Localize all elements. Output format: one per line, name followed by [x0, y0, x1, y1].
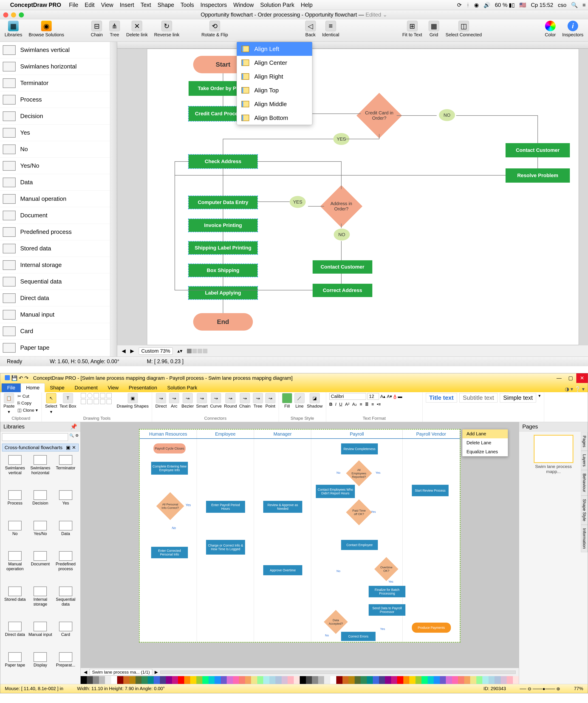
color-swatch[interactable]: [154, 676, 160, 684]
simple-text-style[interactable]: Simple text: [500, 393, 536, 402]
menu-window[interactable]: Window: [233, 2, 254, 8]
connector-chain[interactable]: ↝Chain: [239, 393, 251, 409]
h-scrollbar[interactable]: [160, 671, 516, 674]
close-button[interactable]: ✕: [576, 373, 588, 383]
invoice-printing[interactable]: Invoice Printing: [188, 219, 257, 232]
cc-in-order-decision[interactable]: Credit Card in Order?: [356, 93, 402, 138]
approve-overtime[interactable]: Approve Overtime: [263, 565, 302, 575]
color-swatch[interactable]: [416, 676, 422, 684]
shadow-button[interactable]: ◪Shadow: [307, 393, 323, 409]
back-button[interactable]: ◁Back: [305, 21, 316, 37]
library-shape-item[interactable]: Paper tape: [3, 652, 27, 681]
pages-panel[interactable]: Pages Swim lane process mapp...: [519, 422, 588, 684]
search-icon[interactable]: 🔍: [571, 2, 578, 8]
library-shape-item[interactable]: Terminator: [54, 455, 78, 489]
menu-help[interactable]: Help: [301, 2, 312, 8]
align-right-icon[interactable]: ≡: [371, 402, 374, 407]
tab-document[interactable]: Document: [70, 383, 103, 392]
overtime-ok[interactable]: Overtime OK?: [374, 557, 399, 581]
correct-address[interactable]: Correct Address: [313, 284, 372, 297]
library-shape-item[interactable]: Card: [54, 622, 78, 651]
computer-data-entry[interactable]: Computer Data Entry: [188, 196, 257, 209]
qat-save-icon[interactable]: 💾: [11, 375, 17, 381]
library-category[interactable]: Cross-functional flowcharts▣ ✕: [2, 444, 79, 452]
bluetooth-icon[interactable]: ᚼ: [466, 2, 470, 8]
ctx-equalize-lanes[interactable]: Equalize Lanes: [463, 447, 508, 456]
rotate-flip-button[interactable]: ⟲Rotate & Flip: [201, 21, 228, 37]
font-size[interactable]: [367, 393, 379, 400]
color-swatch[interactable]: [136, 676, 142, 684]
shape-item[interactable]: Data: [0, 174, 110, 191]
qat-redo-icon[interactable]: ↷: [24, 375, 28, 381]
styles-more-icon[interactable]: ▾: [538, 393, 541, 398]
close-button[interactable]: [3, 12, 8, 17]
menu-view[interactable]: View: [101, 2, 113, 8]
color-swatch[interactable]: [245, 676, 251, 684]
connector-direct[interactable]: ↝Direct: [155, 393, 167, 409]
color-swatch[interactable]: [501, 676, 507, 684]
color-swatch[interactable]: [336, 676, 342, 684]
color-swatch[interactable]: [93, 676, 99, 684]
sync-icon[interactable]: ⟳: [457, 2, 462, 8]
library-shape-item[interactable]: Manual input: [28, 622, 52, 651]
color-swatch[interactable]: [123, 676, 130, 684]
color-swatch[interactable]: [81, 676, 87, 684]
color-swatch[interactable]: [391, 676, 397, 684]
color-swatch[interactable]: [306, 676, 312, 684]
shape-minigrid[interactable]: [81, 393, 112, 404]
menu-edit[interactable]: Edit: [85, 2, 95, 8]
tree-button[interactable]: ⋔Tree: [109, 21, 120, 37]
shape-item[interactable]: Terminator: [0, 75, 110, 91]
inspectors-button[interactable]: iInspectors: [562, 21, 583, 37]
color-swatch[interactable]: [361, 676, 367, 684]
color-swatch[interactable]: [294, 676, 300, 684]
color-swatch[interactable]: [196, 676, 202, 684]
align-bottom[interactable]: Align Bottom: [237, 111, 312, 125]
shape-item[interactable]: Yes: [0, 125, 110, 141]
connector-point[interactable]: ↝Point: [265, 393, 275, 409]
minimize-button[interactable]: —: [553, 373, 565, 383]
menu-text[interactable]: Text: [141, 2, 151, 8]
enter-corrected[interactable]: Enter Corrected Personal Info: [151, 547, 188, 558]
font-color-icon[interactable]: A̲: [394, 394, 397, 399]
font-shrink-icon[interactable]: A▾: [387, 394, 392, 399]
box-shipping[interactable]: Box Shipping: [188, 264, 257, 277]
document-tab-bar[interactable]: ◀ Swim lane process ma... (1/1) ▶: [81, 668, 519, 676]
send-data[interactable]: Send Data to Payroll Processor: [369, 604, 405, 616]
shape-item[interactable]: Document: [0, 207, 110, 224]
color-swatch[interactable]: [324, 676, 330, 684]
library-shape-item[interactable]: Process: [3, 490, 27, 519]
title-text-style[interactable]: Title text: [426, 393, 457, 402]
color-swatch[interactable]: [275, 676, 281, 684]
color-swatch[interactable]: [379, 676, 385, 684]
lane-mgr[interactable]: Manager: [254, 429, 311, 438]
swimlane-page[interactable]: Human Resources Employee Manager Payroll…: [139, 429, 460, 643]
subscript-icon[interactable]: A₂: [352, 402, 357, 407]
tab-nav-prev-icon[interactable]: ◀: [84, 670, 87, 675]
color-swatch[interactable]: [318, 676, 324, 684]
color-swatch[interactable]: [476, 676, 483, 684]
contact-employees[interactable]: Contact Employees Who Didn't Report Hour…: [316, 485, 355, 498]
tab-presentation[interactable]: Presentation: [123, 383, 162, 392]
color-swatch[interactable]: [342, 676, 349, 684]
complete-entering[interactable]: Complete Entering New Employee Info: [151, 462, 188, 475]
paid-time-ok[interactable]: Paid Time off OK?: [346, 499, 372, 525]
side-tab-layers[interactable]: Layers: [581, 451, 588, 470]
grid-button[interactable]: ▦Grid: [429, 21, 439, 37]
shape-item[interactable]: Manual input: [0, 306, 110, 323]
all-employees-reported[interactable]: All Employees Reported?: [346, 460, 372, 486]
bullets-icon[interactable]: •≡: [377, 402, 381, 407]
library-shape-item[interactable]: Display: [28, 652, 52, 681]
line-button[interactable]: ／Line: [295, 393, 305, 409]
shape-item[interactable]: Paper tape: [0, 339, 110, 356]
check-address[interactable]: Check Address: [188, 155, 257, 168]
library-shape-item[interactable]: Manual operation: [3, 551, 27, 585]
color-swatch[interactable]: [312, 676, 318, 684]
library-shape-item[interactable]: Yes/No: [28, 521, 52, 550]
align-dropdown[interactable]: Align Left Align Center Align Right Alig…: [237, 42, 312, 125]
color-swatch[interactable]: [221, 676, 227, 684]
menu-file[interactable]: File: [69, 2, 78, 8]
color-swatch[interactable]: [208, 676, 215, 684]
maximize-button[interactable]: ▢: [565, 373, 576, 383]
color-swatch[interactable]: [111, 676, 117, 684]
